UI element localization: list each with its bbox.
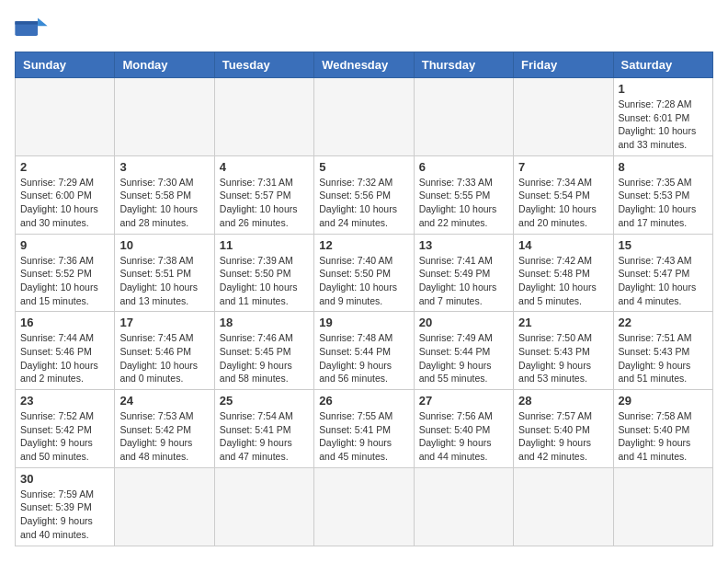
calendar-day-cell xyxy=(214,467,313,546)
day-number: 8 xyxy=(619,160,708,174)
day-info: Sunrise: 7:42 AM Sunset: 5:48 PM Dayligh… xyxy=(518,254,608,308)
day-number: 5 xyxy=(319,160,408,174)
day-number: 4 xyxy=(220,160,309,174)
calendar-header-row: SundayMondayTuesdayWednesdayThursdayFrid… xyxy=(16,52,713,78)
weekday-header-thursday: Thursday xyxy=(414,52,513,78)
day-info: Sunrise: 7:45 AM Sunset: 5:46 PM Dayligh… xyxy=(119,331,209,385)
calendar-day-cell xyxy=(16,78,115,156)
day-number: 2 xyxy=(20,160,109,174)
calendar-day-cell: 18Sunrise: 7:46 AM Sunset: 5:45 PM Dayli… xyxy=(214,312,313,390)
calendar-day-cell: 7Sunrise: 7:34 AM Sunset: 5:54 PM Daylig… xyxy=(514,155,613,234)
day-number: 21 xyxy=(518,316,608,329)
calendar-day-cell: 23Sunrise: 7:52 AM Sunset: 5:42 PM Dayli… xyxy=(16,390,115,468)
day-info: Sunrise: 7:39 AM Sunset: 5:50 PM Dayligh… xyxy=(220,254,309,308)
calendar-day-cell: 19Sunrise: 7:48 AM Sunset: 5:44 PM Dayli… xyxy=(314,312,414,390)
day-info: Sunrise: 7:34 AM Sunset: 5:54 PM Dayligh… xyxy=(518,176,608,230)
day-number: 1 xyxy=(619,82,708,96)
calendar-day-cell: 21Sunrise: 7:50 AM Sunset: 5:43 PM Dayli… xyxy=(514,312,613,390)
calendar-day-cell: 3Sunrise: 7:30 AM Sunset: 5:58 PM Daylig… xyxy=(115,155,214,234)
calendar-day-cell xyxy=(314,78,414,156)
day-info: Sunrise: 7:35 AM Sunset: 5:53 PM Dayligh… xyxy=(619,176,708,230)
calendar-week-row: 2Sunrise: 7:29 AM Sunset: 6:00 PM Daylig… xyxy=(16,155,713,234)
calendar-day-cell: 15Sunrise: 7:43 AM Sunset: 5:47 PM Dayli… xyxy=(613,234,712,312)
day-info: Sunrise: 7:32 AM Sunset: 5:56 PM Dayligh… xyxy=(319,176,408,230)
day-info: Sunrise: 7:49 AM Sunset: 5:44 PM Dayligh… xyxy=(419,331,508,385)
day-number: 3 xyxy=(119,160,209,174)
day-number: 24 xyxy=(119,394,209,408)
calendar-day-cell: 11Sunrise: 7:39 AM Sunset: 5:50 PM Dayli… xyxy=(214,234,313,312)
calendar-week-row: 16Sunrise: 7:44 AM Sunset: 5:46 PM Dayli… xyxy=(16,312,713,390)
day-info: Sunrise: 7:55 AM Sunset: 5:41 PM Dayligh… xyxy=(319,409,408,464)
day-info: Sunrise: 7:33 AM Sunset: 5:55 PM Dayligh… xyxy=(419,176,508,230)
calendar-day-cell: 1Sunrise: 7:28 AM Sunset: 6:01 PM Daylig… xyxy=(613,78,712,156)
calendar-day-cell: 12Sunrise: 7:40 AM Sunset: 5:50 PM Dayli… xyxy=(314,234,414,312)
day-info: Sunrise: 7:46 AM Sunset: 5:45 PM Dayligh… xyxy=(220,331,309,385)
calendar-day-cell: 5Sunrise: 7:32 AM Sunset: 5:56 PM Daylig… xyxy=(314,155,414,234)
calendar-week-row: 1Sunrise: 7:28 AM Sunset: 6:01 PM Daylig… xyxy=(16,78,713,156)
day-info: Sunrise: 7:58 AM Sunset: 5:40 PM Dayligh… xyxy=(619,409,708,464)
calendar-day-cell: 9Sunrise: 7:36 AM Sunset: 5:52 PM Daylig… xyxy=(16,234,115,312)
calendar-day-cell: 10Sunrise: 7:38 AM Sunset: 5:51 PM Dayli… xyxy=(115,234,214,312)
calendar-day-cell: 20Sunrise: 7:49 AM Sunset: 5:44 PM Dayli… xyxy=(414,312,513,390)
day-number: 14 xyxy=(518,238,608,252)
calendar-week-row: 23Sunrise: 7:52 AM Sunset: 5:42 PM Dayli… xyxy=(16,390,713,468)
day-number: 13 xyxy=(419,238,508,252)
day-number: 15 xyxy=(619,238,708,252)
day-info: Sunrise: 7:43 AM Sunset: 5:47 PM Dayligh… xyxy=(619,254,708,308)
calendar-day-cell: 17Sunrise: 7:45 AM Sunset: 5:46 PM Dayli… xyxy=(115,312,214,390)
day-number: 10 xyxy=(119,238,209,252)
calendar-day-cell: 28Sunrise: 7:57 AM Sunset: 5:40 PM Dayli… xyxy=(514,390,613,468)
day-info: Sunrise: 7:56 AM Sunset: 5:40 PM Dayligh… xyxy=(419,409,508,464)
weekday-header-sunday: Sunday xyxy=(16,52,115,78)
day-number: 16 xyxy=(20,316,109,329)
calendar-day-cell: 16Sunrise: 7:44 AM Sunset: 5:46 PM Dayli… xyxy=(16,312,115,390)
day-number: 22 xyxy=(619,316,708,329)
day-number: 12 xyxy=(319,238,408,252)
day-number: 17 xyxy=(119,316,209,329)
calendar-day-cell: 25Sunrise: 7:54 AM Sunset: 5:41 PM Dayli… xyxy=(214,390,313,468)
day-number: 18 xyxy=(220,316,309,329)
calendar: SundayMondayTuesdayWednesdayThursdayFrid… xyxy=(15,52,713,546)
calendar-day-cell: 24Sunrise: 7:53 AM Sunset: 5:42 PM Dayli… xyxy=(115,390,214,468)
day-number: 28 xyxy=(518,394,608,408)
weekday-header-monday: Monday xyxy=(115,52,214,78)
calendar-day-cell xyxy=(314,467,414,546)
calendar-day-cell: 22Sunrise: 7:51 AM Sunset: 5:43 PM Dayli… xyxy=(613,312,712,390)
weekday-header-tuesday: Tuesday xyxy=(214,52,313,78)
day-info: Sunrise: 7:40 AM Sunset: 5:50 PM Dayligh… xyxy=(319,254,408,308)
day-number: 6 xyxy=(419,160,508,174)
day-info: Sunrise: 7:51 AM Sunset: 5:43 PM Dayligh… xyxy=(619,331,708,385)
calendar-day-cell: 29Sunrise: 7:58 AM Sunset: 5:40 PM Dayli… xyxy=(613,390,712,468)
day-info: Sunrise: 7:28 AM Sunset: 6:01 PM Dayligh… xyxy=(619,98,708,152)
calendar-day-cell: 8Sunrise: 7:35 AM Sunset: 5:53 PM Daylig… xyxy=(613,155,712,234)
calendar-day-cell xyxy=(514,467,613,546)
day-info: Sunrise: 7:53 AM Sunset: 5:42 PM Dayligh… xyxy=(119,409,209,464)
day-number: 23 xyxy=(20,394,109,408)
day-number: 7 xyxy=(518,160,608,174)
day-info: Sunrise: 7:29 AM Sunset: 6:00 PM Dayligh… xyxy=(20,176,109,230)
day-number: 26 xyxy=(319,394,408,408)
day-number: 20 xyxy=(419,316,508,329)
day-info: Sunrise: 7:41 AM Sunset: 5:49 PM Dayligh… xyxy=(419,254,508,308)
calendar-day-cell: 30Sunrise: 7:59 AM Sunset: 5:39 PM Dayli… xyxy=(16,467,115,546)
calendar-day-cell: 26Sunrise: 7:55 AM Sunset: 5:41 PM Dayli… xyxy=(314,390,414,468)
day-number: 27 xyxy=(419,394,508,408)
weekday-header-friday: Friday xyxy=(514,52,613,78)
day-number: 29 xyxy=(619,394,708,408)
calendar-day-cell xyxy=(214,78,313,156)
day-number: 30 xyxy=(20,472,109,486)
day-info: Sunrise: 7:52 AM Sunset: 5:42 PM Dayligh… xyxy=(20,409,109,464)
day-number: 9 xyxy=(20,238,109,252)
day-info: Sunrise: 7:30 AM Sunset: 5:58 PM Dayligh… xyxy=(119,176,209,230)
day-info: Sunrise: 7:48 AM Sunset: 5:44 PM Dayligh… xyxy=(319,331,408,385)
calendar-day-cell: 6Sunrise: 7:33 AM Sunset: 5:55 PM Daylig… xyxy=(414,155,513,234)
day-info: Sunrise: 7:44 AM Sunset: 5:46 PM Dayligh… xyxy=(20,331,109,385)
day-info: Sunrise: 7:57 AM Sunset: 5:40 PM Dayligh… xyxy=(518,409,608,464)
svg-marker-1 xyxy=(38,18,48,27)
day-number: 25 xyxy=(220,394,309,408)
day-number: 19 xyxy=(319,316,408,329)
calendar-week-row: 30Sunrise: 7:59 AM Sunset: 5:39 PM Dayli… xyxy=(16,467,713,546)
svg-rect-2 xyxy=(15,21,38,25)
calendar-day-cell: 13Sunrise: 7:41 AM Sunset: 5:49 PM Dayli… xyxy=(414,234,513,312)
calendar-day-cell: 2Sunrise: 7:29 AM Sunset: 6:00 PM Daylig… xyxy=(16,155,115,234)
